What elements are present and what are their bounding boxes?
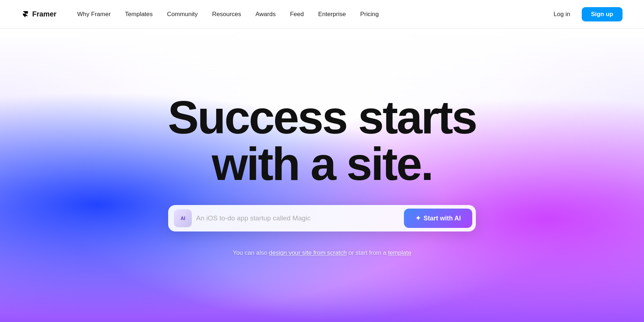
- login-button[interactable]: Log in: [546, 8, 577, 21]
- template-link[interactable]: template: [388, 249, 411, 256]
- brand-name: Framer: [32, 10, 57, 18]
- signup-button[interactable]: Sign up: [582, 7, 623, 21]
- sub-prefix: You can also: [233, 249, 269, 256]
- ai-input-container: AI ✦ Start with AI: [168, 205, 476, 231]
- nav-enterprise[interactable]: Enterprise: [312, 8, 352, 21]
- hero-title: Success starts with a site.: [168, 94, 476, 187]
- nav-pricing[interactable]: Pricing: [354, 8, 385, 21]
- framer-logo-icon: [21, 10, 29, 18]
- nav-community[interactable]: Community: [161, 8, 204, 21]
- nav-feed[interactable]: Feed: [283, 8, 310, 21]
- ai-prompt-input[interactable]: [196, 214, 400, 222]
- ai-icon-label: AI: [181, 215, 185, 221]
- start-ai-button[interactable]: ✦ Start with AI: [404, 209, 472, 228]
- hero-title-line1: Success starts: [168, 91, 476, 143]
- sub-middle: or start from a: [347, 249, 388, 256]
- sparkle-icon: ✦: [415, 214, 421, 222]
- design-scratch-link[interactable]: design your site from scratch: [269, 249, 347, 256]
- hero-subtext: You can also design your site from scrat…: [233, 249, 411, 257]
- logo[interactable]: Framer: [21, 10, 57, 18]
- nav-why-framer[interactable]: Why Framer: [71, 8, 117, 21]
- hero-section: Success starts with a site. AI ✦ Start w…: [0, 29, 644, 322]
- navbar: Framer Why Framer Templates Community Re…: [0, 0, 644, 29]
- nav-awards[interactable]: Awards: [249, 8, 282, 21]
- nav-actions: Log in Sign up: [546, 7, 623, 21]
- start-ai-label: Start with AI: [424, 215, 461, 222]
- nav-links: Why Framer Templates Community Resources…: [71, 8, 547, 21]
- nav-resources[interactable]: Resources: [206, 8, 248, 21]
- nav-templates[interactable]: Templates: [118, 8, 159, 21]
- hero-title-line2: with a site.: [212, 138, 433, 190]
- hero-content: Success starts with a site. AI ✦ Start w…: [132, 94, 512, 257]
- ai-icon-box: AI: [174, 209, 192, 227]
